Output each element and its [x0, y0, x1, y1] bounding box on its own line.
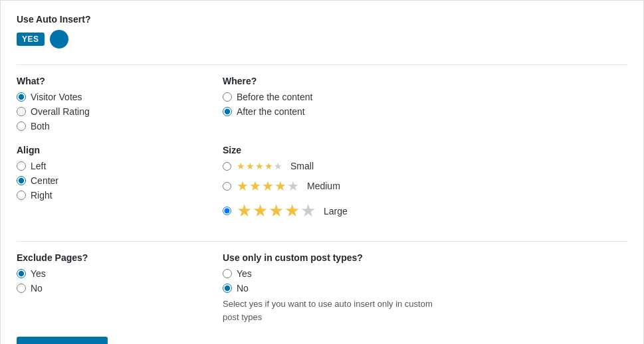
where-before[interactable]: Before the content [223, 92, 627, 102]
custom-post-yes-label[interactable]: Yes [237, 268, 252, 279]
star-1: ★ [237, 178, 249, 194]
where-after[interactable]: After the content [223, 106, 627, 117]
what-section: What? Visitor Votes Overall Rating Both [17, 76, 223, 131]
align-size-row: Align Left Center Right Size [17, 145, 627, 228]
star-4: ★ [274, 178, 286, 194]
toggle-row: YES [17, 30, 627, 48]
size-small-option: ★ ★ ★ ★ ★ Small [223, 161, 627, 171]
align-center[interactable]: Center [17, 175, 223, 186]
where-radio-group: Before the content After the content [223, 92, 627, 117]
custom-post-radio-group: Yes No [223, 268, 627, 294]
what-visitor-votes[interactable]: Visitor Votes [17, 92, 223, 102]
size-large-label[interactable]: Large [324, 206, 348, 216]
star-2: ★ [249, 178, 261, 194]
auto-insert-section: Use Auto Insert? YES [17, 14, 627, 48]
size-medium-label[interactable]: Medium [307, 181, 340, 191]
size-large-stars: ★ ★ ★ ★ ★ [237, 201, 316, 221]
exclude-no[interactable]: No [17, 283, 223, 294]
star-3: ★ [255, 161, 264, 171]
exclude-section: Exclude Pages? Yes No [17, 252, 223, 323]
size-large-option: ★ ★ ★ ★ ★ Large [223, 201, 627, 221]
custom-post-no-label[interactable]: No [237, 283, 249, 294]
where-title: Where? [223, 76, 627, 86]
what-overall-rating[interactable]: Overall Rating [17, 106, 223, 117]
star-5: ★ [274, 161, 282, 171]
star-5: ★ [300, 201, 316, 221]
custom-post-section: Use only in custom post types? Yes No Se… [223, 252, 627, 323]
custom-post-note: Select yes if you want to use auto inser… [223, 298, 449, 323]
size-small-stars: ★ ★ ★ ★ ★ [237, 161, 282, 171]
exclude-title: Exclude Pages? [17, 252, 223, 263]
align-right-label[interactable]: Right [31, 190, 53, 201]
exclude-radio-group: Yes No [17, 268, 223, 294]
where-after-label[interactable]: After the content [237, 106, 305, 117]
custom-post-no[interactable]: No [223, 283, 627, 294]
size-section: Size ★ ★ ★ ★ ★ Small ★ ★ ★ [223, 145, 627, 228]
align-radio-group: Left Center Right [17, 161, 223, 201]
size-medium-option: ★ ★ ★ ★ ★ Medium [223, 178, 627, 194]
align-right[interactable]: Right [17, 190, 223, 201]
size-title: Size [223, 145, 627, 155]
exclude-custom-row: Exclude Pages? Yes No Use only in custom… [17, 252, 627, 323]
star-2: ★ [253, 201, 268, 221]
star-1: ★ [237, 201, 252, 221]
what-both-label[interactable]: Both [31, 121, 50, 131]
what-radio-group: Visitor Votes Overall Rating Both [17, 92, 223, 131]
divider-2 [17, 241, 627, 242]
exclude-yes-label[interactable]: Yes [31, 268, 46, 279]
size-small-label[interactable]: Small [290, 161, 314, 171]
toggle-yes-label[interactable]: YES [17, 33, 45, 46]
size-medium-stars: ★ ★ ★ ★ ★ [237, 178, 299, 194]
align-left-label[interactable]: Left [31, 161, 46, 171]
star-1: ★ [237, 161, 245, 171]
align-section: Align Left Center Right [17, 145, 223, 228]
align-center-label[interactable]: Center [31, 175, 58, 186]
divider-1 [17, 64, 627, 65]
settings-panel: Use Auto Insert? YES What? Visitor Votes… [0, 0, 644, 344]
what-visitor-votes-label[interactable]: Visitor Votes [31, 92, 82, 102]
size-large-radio[interactable] [223, 207, 231, 215]
auto-insert-label: Use Auto Insert? [17, 14, 627, 25]
save-button[interactable]: Save All Settings [17, 337, 108, 344]
what-title: What? [17, 76, 223, 86]
what-both[interactable]: Both [17, 121, 223, 131]
star-4: ★ [265, 161, 273, 171]
custom-post-title: Use only in custom post types? [223, 252, 627, 263]
star-5: ★ [287, 178, 299, 194]
star-2: ★ [246, 161, 255, 171]
size-small-radio[interactable] [223, 162, 231, 171]
star-3: ★ [262, 178, 274, 194]
exclude-yes[interactable]: Yes [17, 268, 223, 279]
star-4: ★ [284, 201, 300, 221]
align-title: Align [17, 145, 223, 155]
where-before-label[interactable]: Before the content [237, 92, 312, 102]
custom-post-yes[interactable]: Yes [223, 268, 627, 279]
align-left[interactable]: Left [17, 161, 223, 171]
toggle-circle-icon[interactable] [50, 30, 68, 48]
size-medium-radio[interactable] [223, 182, 231, 191]
what-where-row: What? Visitor Votes Overall Rating Both … [17, 76, 627, 131]
exclude-no-label[interactable]: No [31, 283, 43, 294]
where-section: Where? Before the content After the cont… [223, 76, 627, 131]
what-overall-rating-label[interactable]: Overall Rating [31, 106, 90, 117]
star-3: ★ [268, 201, 284, 221]
